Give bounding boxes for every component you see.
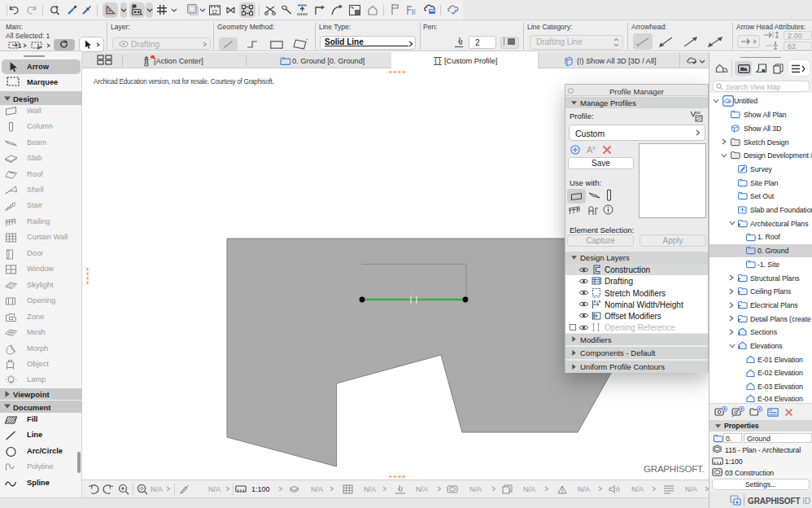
svg-text:12: 12: [212, 9, 218, 15]
